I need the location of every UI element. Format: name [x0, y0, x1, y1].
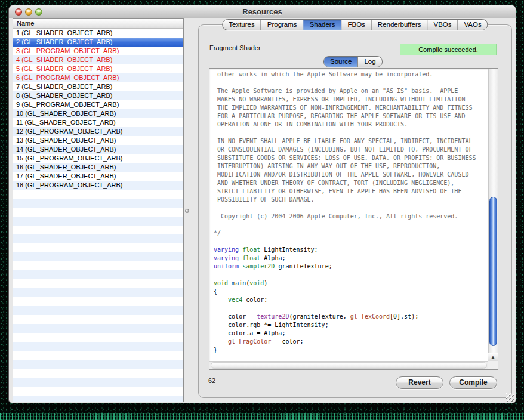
tab-shaders[interactable]: Shaders [304, 20, 342, 30]
view-tab-source[interactable]: Source [324, 57, 358, 67]
code-line: void main(void) [214, 279, 488, 288]
code-line: OR CONSEQUENTIAL DAMAGES (INCLUDING, BUT… [214, 146, 488, 154]
code-line: Copyright (c) 2004-2006 Apple Computer, … [214, 212, 488, 221]
list-item[interactable]: 17 (GL_SHADER_OBJECT_ARB) [13, 172, 183, 181]
code-line: } [214, 346, 488, 354]
code-line: color.rgb *= LightIntensity; [214, 321, 488, 329]
resources-window: Resources Name 1 (GL_SHADER_OBJECT_ARB)2… [8, 5, 516, 403]
titlebar[interactable]: Resources [9, 5, 516, 18]
revert-button[interactable]: Revert [396, 376, 443, 389]
code-line: varying float LightIntensity; [214, 246, 488, 254]
scroll-up-icon[interactable]: ▲ [488, 353, 498, 361]
tab-vaos[interactable]: VAOs [458, 20, 488, 30]
code-line [214, 221, 488, 229]
code-line: THE IMPLIED WARRANTIES OF NON-INFRINGEME… [214, 104, 488, 112]
window-title: Resources [9, 7, 516, 16]
resource-list-rows: 1 (GL_SHADER_OBJECT_ARB)2 (GL_SHADER_OBJ… [13, 29, 183, 402]
code-line: color.a = Alpha; [214, 329, 488, 338]
code-line: INTERRUPTION) ARISING IN ANY WAY OUT OF … [214, 162, 488, 171]
code-line: MODIFICATION AND/OR DISTRIBUTION OF THE … [214, 171, 488, 179]
list-item[interactable]: 16 (GL_SHADER_OBJECT_ARB) [13, 163, 183, 172]
code-line [214, 129, 488, 137]
splitter-dimple[interactable] [185, 209, 189, 213]
code-line [214, 271, 488, 279]
horizontal-scrollbar[interactable] [209, 361, 488, 369]
tab-vbos[interactable]: VBOs [428, 20, 458, 30]
tab-textures[interactable]: Textures [223, 20, 261, 30]
code-line [214, 304, 488, 313]
code-line: other works in which the Apple Software … [214, 70, 488, 79]
code-line: */ [214, 229, 488, 237]
resource-list: Name 1 (GL_SHADER_OBJECT_ARB)2 (GL_SHADE… [13, 18, 184, 402]
tab-renderbuffers[interactable]: Renderbuffers [372, 20, 428, 30]
code-line: gl_FragColor = color; [214, 338, 488, 346]
code-line: The Apple Software is provided by Apple … [214, 87, 488, 95]
list-item[interactable]: 5 (GL_SHADER_OBJECT_ARB) [13, 64, 183, 73]
code-line: uniform sampler2D graniteTexture; [214, 262, 488, 271]
list-item[interactable]: 9 (GL_PROGRAM_OBJECT_ARB) [13, 100, 183, 109]
list-item[interactable]: 1 (GL_SHADER_OBJECT_ARB) [13, 29, 183, 38]
vertical-scrollbar[interactable] [488, 69, 498, 362]
list-item[interactable]: 3 (GL_PROGRAM_OBJECT_ARB) [13, 47, 183, 55]
list-item[interactable]: 8 (GL_SHADER_OBJECT_ARB) [13, 91, 183, 100]
resource-tabview: TexturesProgramsShadersFBOsRenderbuffers… [198, 24, 512, 398]
list-item[interactable]: 12 (GL_PROGRAM_OBJECT_ARB) [13, 127, 183, 136]
vertical-scrollbar-thumb[interactable] [489, 197, 497, 346]
resource-tabs: TexturesProgramsShadersFBOsRenderbuffers… [222, 19, 488, 30]
code-line: color = texture2D(graniteTexture, gl_Tex… [214, 313, 488, 321]
list-item[interactable]: 10 (GL_SHADER_OBJECT_ARB) [13, 109, 183, 118]
code-line: AND WHETHER UNDER THEORY OF CONTRACT, TO… [214, 179, 488, 187]
code-line: IN NO EVENT SHALL APPLE BE LIABLE FOR AN… [214, 137, 488, 146]
code-line: STRICT LIABILITY OR OTHERWISE, EVEN IF A… [214, 187, 488, 196]
code-line: { [214, 288, 488, 296]
list-item[interactable]: 6 (GL_PROGRAM_OBJECT_ARB) [13, 73, 183, 82]
list-item[interactable]: 7 (GL_SHADER_OBJECT_ARB) [13, 82, 183, 91]
desktop: { "window": { "title": "Resources" }, "t… [0, 0, 524, 420]
code-line [214, 204, 488, 212]
compile-button[interactable]: Compile [449, 376, 497, 389]
list-item[interactable]: 11 (GL_SHADER_OBJECT_ARB) [13, 118, 183, 127]
horizontal-scrollbar-track[interactable] [211, 362, 487, 369]
code-line: FOR A PARTICULAR PURPOSE, REGARDING THE … [214, 112, 488, 121]
source-log-tabs: SourceLog [323, 56, 383, 67]
scrollbar-corner [488, 361, 498, 369]
code-line: SUBSTITUTE GOODS OR SERVICES; LOSS OF US… [214, 154, 488, 162]
list-column-header-name[interactable]: Name [13, 19, 183, 29]
code-line: MAKES NO WARRANTIES, EXPRESS OR IMPLIED,… [214, 95, 488, 104]
list-item[interactable]: 4 (GL_SHADER_OBJECT_ARB) [13, 55, 183, 64]
code-line [214, 79, 488, 87]
shader-type-label: Fragment Shader [209, 44, 261, 51]
tab-programs[interactable]: Programs [261, 20, 304, 30]
shader-source-text[interactable]: other works in which the Apple Software … [209, 69, 488, 361]
desktop-pattern-strip [0, 413, 524, 420]
list-item[interactable]: 2 (GL_SHADER_OBJECT_ARB) [13, 38, 183, 47]
line-count-label: 62 [208, 377, 215, 384]
compile-status-badge: Compile succeeded. [400, 44, 497, 55]
list-item[interactable]: 13 (GL_SHADER_OBJECT_ARB) [13, 136, 183, 145]
list-item[interactable]: 18 (GL_PROGRAM_OBJECT_ARB) [13, 181, 183, 190]
shader-source-editor: other works in which the Apple Software … [209, 68, 498, 370]
code-line: varying float Alpha; [214, 254, 488, 262]
tab-fbos[interactable]: FBOs [341, 20, 371, 30]
resize-grip[interactable] [506, 393, 514, 402]
list-item[interactable]: 15 (GL_PROGRAM_OBJECT_ARB) [13, 154, 183, 163]
code-line: POSSIBILITY OF SUCH DAMAGE. [214, 196, 488, 204]
view-tab-log[interactable]: Log [358, 57, 381, 67]
code-line: vec4 color; [214, 296, 488, 304]
list-item[interactable]: 14 (GL_SHADER_OBJECT_ARB) [13, 145, 183, 154]
code-line: OPERATION ALONE OR IN COMBINATION WITH Y… [214, 121, 488, 129]
code-line [214, 237, 488, 246]
